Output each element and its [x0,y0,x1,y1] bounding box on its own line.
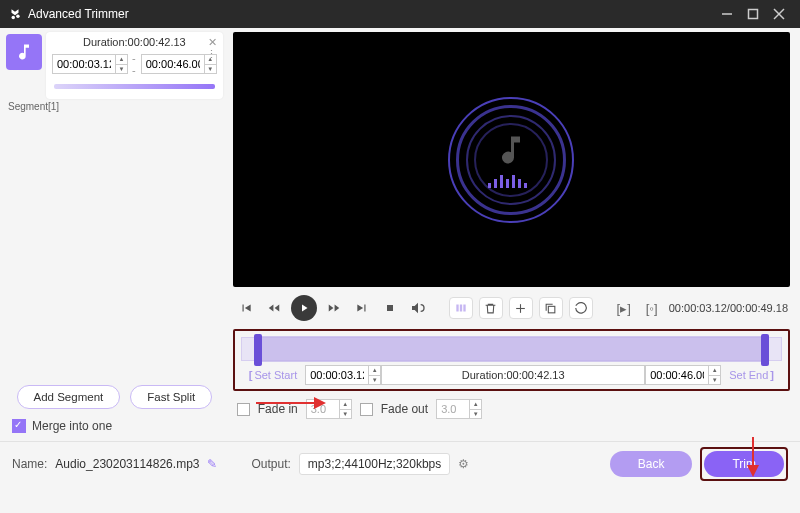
seek-selection [256,336,767,362]
stepper-down[interactable]: ▼ [470,410,481,419]
trim-button-highlight: Trim [700,447,788,481]
seek-start-stepper[interactable]: ▲▼ [305,365,381,385]
fast-split-button[interactable]: Fast Split [130,385,212,409]
fade-in-input[interactable] [307,400,339,418]
audio-disc-icon [448,97,574,223]
seek-end-stepper[interactable]: ▲▼ [645,365,721,385]
trim-controls-highlight: [Set Start ▲▼ Duration:00:00:42.13 ▲▼ Se… [233,329,790,391]
add-icon[interactable] [509,297,533,319]
bracket-tool-icon[interactable] [449,297,473,319]
segment-panel: Duration:00:00:42.13 ✕ ⋮ ▲▼ -- ▲▼ Seg [0,28,229,441]
seek-start-handle[interactable] [254,334,262,366]
seek-duration: Duration:00:00:42.13 [381,365,645,385]
titlebar: Advanced Trimmer [0,0,800,28]
segment-start-stepper[interactable]: ▲▼ [52,54,128,74]
music-note-icon [14,42,34,62]
seekbar[interactable] [241,337,782,361]
output-label: Output: [251,457,290,471]
volume-icon[interactable] [407,297,429,319]
add-segment-button[interactable]: Add Segment [17,385,121,409]
maximize-button[interactable] [740,0,766,28]
seek-end-handle[interactable] [761,334,769,366]
footer: Name: Audio_230203114826.mp3 ✎ Output: m… [0,441,800,485]
delete-icon[interactable] [479,297,503,319]
fade-in-checkbox[interactable] [237,403,250,416]
svg-rect-7 [456,305,458,312]
fade-row: Fade in ▲▼ Fade out ▲▼ [233,391,790,419]
segment-end-input[interactable] [142,55,204,73]
output-settings-icon[interactable]: ⚙ [458,457,469,471]
set-start-button[interactable]: [Set Start [241,369,305,381]
svg-rect-9 [463,305,465,312]
svg-rect-6 [387,305,393,311]
segment-card[interactable]: Duration:00:00:42.13 ✕ ⋮ ▲▼ -- ▲▼ [46,32,223,99]
set-end-button[interactable]: Set End] [721,369,782,381]
next-icon[interactable] [323,297,345,319]
segment-waveform [54,84,215,89]
output-value: mp3;2;44100Hz;320kbps [299,453,450,475]
segment-menu-button[interactable]: ⋮ [206,48,217,61]
segment-start-input[interactable] [53,55,115,73]
copy-icon[interactable] [539,297,563,319]
trim-button[interactable]: Trim [704,451,784,477]
segment-label: Segment[1] [0,99,229,112]
seek-start-input[interactable] [306,366,368,384]
range-dash: -- [132,52,137,76]
timecode: 00:00:03.12/00:00:49.18 [669,302,788,314]
svg-rect-3 [749,10,758,19]
name-label: Name: [12,457,47,471]
stepper-up[interactable]: ▲ [369,366,380,376]
stepper-up[interactable]: ▲ [709,366,720,376]
stepper-down[interactable]: ▼ [205,65,216,74]
stepper-down[interactable]: ▼ [340,410,351,419]
merge-label: Merge into one [32,419,112,433]
fade-in-stepper[interactable]: ▲▼ [306,399,352,419]
skip-end-icon[interactable] [351,297,373,319]
skip-start-icon[interactable] [235,297,257,319]
svg-point-1 [16,15,20,18]
mark-in-icon[interactable]: [▸] [613,297,635,319]
play-button[interactable] [291,295,317,321]
window-title: Advanced Trimmer [28,7,714,21]
segment-duration: Duration:00:00:42.13 [52,36,217,48]
name-value: Audio_230203114826.mp3 [55,457,199,471]
stepper-down[interactable]: ▼ [369,376,380,385]
back-button[interactable]: Back [610,451,693,477]
fade-out-input[interactable] [437,400,469,418]
undo-icon[interactable] [569,297,593,319]
fade-out-label: Fade out [381,402,428,416]
fade-in-label: Fade in [258,402,298,416]
stepper-up[interactable]: ▲ [116,55,127,65]
seek-end-input[interactable] [646,366,708,384]
mark-out-icon[interactable]: [◦] [641,297,663,319]
stop-icon[interactable] [379,297,401,319]
fade-out-stepper[interactable]: ▲▼ [436,399,482,419]
app-logo-icon [8,7,22,21]
merge-checkbox[interactable] [12,419,26,433]
fade-out-checkbox[interactable] [360,403,373,416]
preview-area [233,32,790,287]
svg-rect-8 [460,305,462,312]
svg-rect-12 [549,306,556,313]
minimize-button[interactable] [714,0,740,28]
stepper-down[interactable]: ▼ [116,65,127,74]
svg-point-0 [12,16,16,20]
segment-thumb[interactable] [6,34,42,70]
edit-name-icon[interactable]: ✎ [207,457,217,471]
prev-icon[interactable] [263,297,285,319]
playback-controls: [▸] [◦] 00:00:03.12/00:00:49.18 [233,287,790,325]
stepper-up[interactable]: ▲ [470,400,481,410]
stepper-up[interactable]: ▲ [340,400,351,410]
stepper-down[interactable]: ▼ [709,376,720,385]
close-button[interactable] [766,0,792,28]
